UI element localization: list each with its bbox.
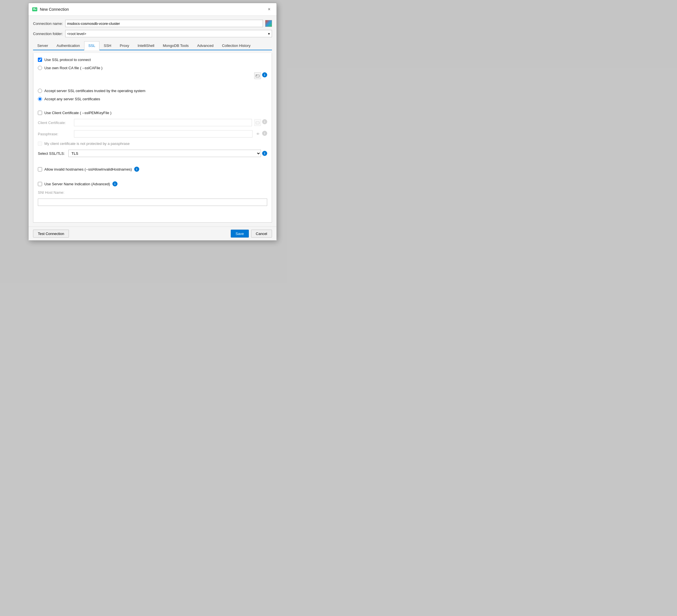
connection-name-row: Connection name:: [33, 20, 272, 27]
accept-any-row: Accept any server SSL certificates: [38, 97, 267, 101]
use-sni-row: Use Server Name Indication (Advanced) i: [38, 181, 267, 186]
accept-any-radio[interactable]: [38, 97, 42, 101]
svg-rect-6: [256, 75, 259, 77]
connection-name-input[interactable]: [65, 20, 263, 27]
use-sni-checkbox[interactable]: [38, 182, 42, 186]
use-client-cert-row: Use Client Certificate ( --sslPEMKeyFile…: [38, 111, 267, 115]
client-cert-label: Client Certificate:: [38, 121, 72, 125]
sni-info-button[interactable]: i: [112, 181, 118, 186]
not-protected-label[interactable]: My client certificate is not protected b…: [44, 141, 130, 146]
footer-right-buttons: Save Cancel: [231, 230, 272, 237]
accept-trusted-label[interactable]: Accept server SSL certificates trusted b…: [44, 89, 145, 93]
cancel-button[interactable]: Cancel: [251, 230, 272, 237]
own-ca-row: Use own Root CA file ( --sslCAFile ): [38, 66, 267, 70]
test-connection-button[interactable]: Test Connection: [33, 230, 69, 237]
allow-invalid-checkbox[interactable]: [38, 167, 42, 171]
client-cert-row: Client Certificate: i: [38, 119, 267, 126]
ssl-tls-select-row: Select SSL/TLS: TLS SSL TLS 1.0 TLS 1.1 …: [38, 150, 267, 157]
use-ssl-label[interactable]: Use SSL protocol to connect: [44, 58, 91, 62]
dialog-footer: Test Connection Save Cancel: [29, 226, 276, 240]
color-picker-button[interactable]: [265, 20, 272, 27]
tab-collection-history[interactable]: Collection History: [218, 41, 255, 50]
sni-host-input-row: [38, 199, 267, 206]
connection-folder-row: Connection folder: <root level> ▾: [33, 30, 272, 37]
dialog-title: New Connection: [40, 7, 69, 11]
ca-info-button[interactable]: i: [262, 72, 267, 77]
allow-invalid-row: Allow invalid hostnames (--sslAllowInval…: [38, 167, 267, 172]
save-button[interactable]: Save: [231, 230, 249, 237]
passphrase-info-button[interactable]: i: [262, 131, 267, 136]
new-connection-dialog: New Connection × Connection name: Connec…: [28, 3, 277, 240]
tabs-container: Server Authentication SSL SSH Proxy Inte…: [33, 41, 272, 50]
use-ssl-row: Use SSL protocol to connect: [38, 58, 267, 62]
accept-trusted-row: Accept server SSL certificates trusted b…: [38, 89, 267, 93]
svg-rect-2: [33, 9, 36, 10]
allow-invalid-label[interactable]: Allow invalid hostnames (--sslAllowInval…: [44, 167, 132, 171]
client-cert-info-button[interactable]: i: [262, 119, 267, 124]
own-ca-label[interactable]: Use own Root CA file ( --sslCAFile ): [44, 66, 102, 70]
not-protected-row: My client certificate is not protected b…: [38, 141, 267, 146]
ssl-tls-info-button[interactable]: i: [262, 151, 267, 156]
sni-host-row: SNI Host Name:: [38, 190, 267, 194]
app-icon: [32, 6, 38, 12]
dialog-close-button[interactable]: ×: [265, 5, 273, 13]
accept-trusted-radio[interactable]: [38, 89, 42, 93]
passphrase-show-button[interactable]: 👁: [255, 131, 261, 137]
ssl-tls-label: Select SSL/TLS:: [38, 151, 66, 156]
cert-folder-icon: [256, 121, 260, 125]
use-client-cert-checkbox[interactable]: [38, 111, 42, 115]
tab-ssh[interactable]: SSH: [99, 41, 116, 50]
connection-name-label: Connection name:: [33, 21, 63, 26]
own-ca-radio[interactable]: [38, 66, 42, 70]
folder-icon: [256, 74, 260, 78]
tab-ssl[interactable]: SSL: [84, 41, 100, 50]
ssl-tls-dropdown[interactable]: TLS SSL TLS 1.0 TLS 1.1 TLS 1.2: [69, 150, 261, 157]
dialog-body: Connection name: Connection folder: <roo…: [29, 16, 276, 226]
allow-invalid-info-button[interactable]: i: [134, 167, 139, 172]
accept-any-label[interactable]: Accept any server SSL certificates: [44, 97, 100, 101]
connection-folder-select[interactable]: <root level> ▾: [65, 30, 272, 37]
dialog-titlebar: New Connection ×: [29, 3, 276, 16]
svg-rect-7: [256, 122, 259, 124]
tab-proxy[interactable]: Proxy: [116, 41, 133, 50]
client-cert-input[interactable]: [74, 119, 252, 126]
svg-rect-1: [33, 8, 35, 9]
tab-intellishell[interactable]: IntelliShell: [133, 41, 159, 50]
tab-mongodb-tools[interactable]: MongoDB Tools: [159, 41, 193, 50]
connection-folder-label: Connection folder:: [33, 32, 63, 36]
tab-advanced[interactable]: Advanced: [193, 41, 218, 50]
folder-value: <root level>: [67, 32, 86, 36]
client-cert-browse-button[interactable]: [254, 119, 261, 126]
sni-host-label: SNI Host Name:: [38, 190, 64, 194]
folder-dropdown-icon: ▾: [268, 32, 270, 36]
use-client-cert-label[interactable]: Use Client Certificate ( --sslPEMKeyFile…: [44, 111, 111, 115]
ssl-tls-select-wrapper: TLS SSL TLS 1.0 TLS 1.1 TLS 1.2 i: [69, 150, 267, 157]
not-protected-checkbox[interactable]: [38, 141, 42, 146]
passphrase-row: Passphrase: 👁 i: [38, 130, 267, 138]
sni-host-input[interactable]: [38, 199, 267, 206]
tab-authentication[interactable]: Authentication: [52, 41, 84, 50]
tab-server[interactable]: Server: [33, 41, 52, 50]
passphrase-input[interactable]: [74, 130, 253, 138]
use-sni-label[interactable]: Use Server Name Indication (Advanced): [44, 182, 110, 186]
dialog-title-left: New Connection: [32, 6, 69, 12]
ca-file-browse-button[interactable]: [254, 72, 261, 79]
use-ssl-checkbox[interactable]: [38, 58, 42, 62]
ssl-tab-content: Use SSL protocol to connect Use own Root…: [33, 53, 272, 223]
passphrase-label: Passphrase:: [38, 132, 72, 136]
